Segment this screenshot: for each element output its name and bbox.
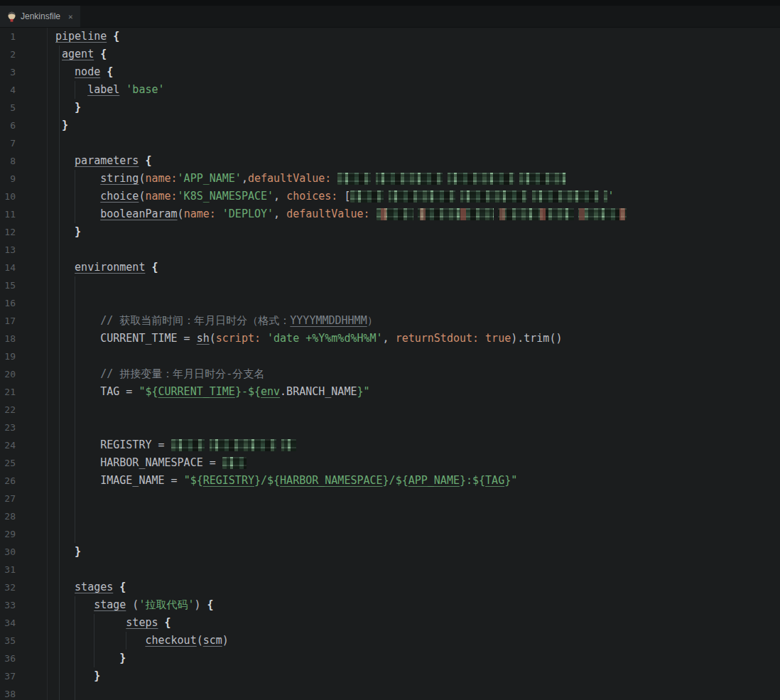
code-line[interactable] — [55, 294, 780, 312]
code-token: checkout — [145, 634, 196, 647]
line-number: 35 — [0, 632, 16, 650]
code-line[interactable]: } — [55, 99, 780, 117]
code-token: YYYYMMDDHHMM — [290, 314, 367, 327]
code-line[interactable]: string(name:'APP_NAME',defaultValue: — [55, 170, 780, 188]
code-line[interactable] — [55, 419, 780, 436]
code-line[interactable] — [55, 561, 780, 578]
code-token: } — [75, 101, 81, 114]
code-token: { — [145, 154, 151, 167]
code-token: { — [207, 598, 214, 611]
code-line[interactable]: environment { — [55, 259, 780, 276]
code-line[interactable] — [55, 401, 780, 419]
code-token — [216, 208, 222, 220]
code-line[interactable]: checkout(scm) — [55, 632, 780, 650]
code-line[interactable] — [55, 490, 780, 507]
redacted-secret — [222, 457, 247, 469]
line-number: 10 — [0, 188, 16, 205]
code-token: ) — [194, 598, 207, 611]
redacted-secret — [350, 190, 607, 203]
line-number: 1 — [0, 28, 16, 45]
line-number: 29 — [0, 525, 16, 543]
code-line[interactable]: choice(name:'K8S_NAMESPACE', choices: [' — [55, 188, 780, 205]
code-token: steps — [126, 616, 158, 629]
code-line[interactable]: stages { — [55, 578, 780, 596]
line-number: 7 — [0, 134, 16, 152]
code-token: .BRANCH_NAME — [280, 385, 357, 398]
code-token: IMAGE_NAME = — [100, 474, 183, 487]
code-line[interactable] — [55, 525, 780, 543]
code-token: CURRENT_TIME = — [100, 332, 196, 345]
tab-close-icon[interactable]: ✕ — [68, 13, 73, 21]
code-token: } — [119, 652, 126, 664]
code-line[interactable]: // 拼接变量：年月日时分-分支名 — [55, 365, 780, 383]
code-token: { — [119, 581, 126, 593]
code-token: ） — [367, 314, 378, 327]
code-line[interactable]: } — [55, 667, 780, 685]
code-line[interactable]: stage ('拉取代码') { — [55, 596, 780, 614]
code-token: returnStdout: — [396, 332, 479, 345]
code-line[interactable] — [55, 276, 780, 294]
code-token: agent — [62, 48, 94, 60]
code-token: [ — [337, 190, 350, 203]
line-number: 34 — [0, 614, 16, 632]
code-token: , — [273, 190, 286, 203]
code-token: 'DEPLOY' — [222, 208, 273, 220]
code-line[interactable]: } — [55, 543, 780, 561]
code-token: defaultValue: — [248, 172, 331, 185]
line-number: 8 — [0, 152, 16, 170]
code-token: REGISTRY = — [100, 438, 170, 451]
code-line[interactable]: parameters { — [55, 152, 780, 170]
code-line[interactable] — [55, 348, 780, 365]
editor[interactable]: 1234567891011121314151617181920212223242… — [0, 28, 780, 700]
code-line[interactable]: agent { — [55, 45, 780, 63]
code-line[interactable]: // 获取当前时间：年月日时分（格式：YYYYMMDDHHMM） — [55, 312, 780, 330]
code-line[interactable]: TAG = "${CURRENT_TIME}-${env.BRANCH_NAME… — [55, 383, 780, 401]
code-token: string — [100, 172, 139, 185]
code-token: HARBOR_NAMESPACE — [280, 474, 383, 487]
indent-guide — [75, 170, 75, 223]
code-token — [119, 83, 126, 96]
code-line[interactable]: pipeline { — [55, 28, 780, 45]
code-token: "${ — [139, 385, 158, 398]
line-number: 36 — [0, 650, 16, 667]
code-token: "${ — [184, 474, 203, 487]
code-token — [113, 581, 119, 593]
line-number: 32 — [0, 578, 16, 596]
code-line[interactable]: } — [55, 223, 780, 241]
code-token: environment — [75, 261, 145, 274]
code-line[interactable]: label 'base' — [55, 81, 780, 99]
indent — [55, 83, 87, 96]
line-number: 25 — [0, 454, 16, 472]
line-number: 12 — [0, 223, 16, 241]
code-line[interactable]: booleanParam(name: 'DEPLOY', defaultValu… — [55, 205, 780, 223]
code-token: choices: — [286, 190, 337, 203]
line-number: 15 — [0, 276, 16, 294]
code-line[interactable] — [55, 241, 780, 259]
code-token: }:${ — [460, 474, 485, 487]
indent-guide — [75, 276, 75, 543]
code-line[interactable]: node { — [55, 63, 780, 81]
code-token: stage — [94, 598, 126, 611]
code-line[interactable]: REGISTRY = — [55, 436, 780, 454]
code-token — [370, 208, 377, 220]
code-token: // 获取当前时间：年月日时分（格式： — [100, 314, 290, 327]
code-line[interactable] — [55, 685, 780, 700]
code-line[interactable]: IMAGE_NAME = "${REGISTRY}/${HARBOR_NAMES… — [55, 472, 780, 490]
code-line[interactable] — [55, 507, 780, 525]
line-number: 14 — [0, 259, 16, 276]
line-number: 24 — [0, 436, 16, 454]
code-line[interactable]: steps { — [55, 614, 780, 632]
code-token: label — [87, 83, 119, 96]
code-line[interactable] — [55, 134, 780, 152]
code-token: } — [75, 545, 81, 558]
code-line[interactable]: HARBOR_NAMESPACE = — [55, 454, 780, 472]
line-number: 5 — [0, 99, 16, 117]
code-line[interactable]: CURRENT_TIME = sh(script: 'date +%Y%m%d%… — [55, 330, 780, 348]
line-number: 18 — [0, 330, 16, 348]
code-area[interactable]: pipeline { agent { node { label 'base' }… — [48, 28, 780, 700]
indent — [55, 456, 100, 469]
code-line[interactable]: } — [55, 650, 780, 667]
code-line[interactable]: } — [55, 117, 780, 134]
code-token: 'base' — [126, 83, 164, 96]
tab-jenkinsfile[interactable]: Jenkinsfile ✕ — [0, 6, 80, 27]
